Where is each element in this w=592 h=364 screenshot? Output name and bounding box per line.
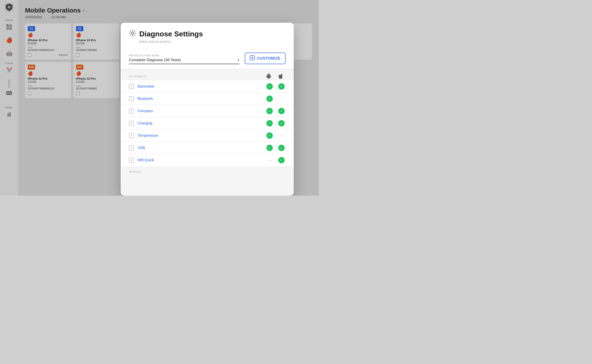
apple-compat-check: ✓ (278, 157, 285, 163)
apple-compat-cell: ✓ (277, 156, 286, 164)
android-compat-dash: — (267, 158, 272, 163)
apple-compat-cell: ✓ (277, 107, 286, 115)
customize-label: CUSTOMIZE (257, 56, 280, 60)
android-compat-cell: ✓ (266, 144, 274, 152)
gear-icon (129, 30, 136, 39)
android-platform-icon (265, 72, 273, 80)
test-row[interactable]: Compass ✓ ✓ (121, 105, 294, 117)
android-compat-check: ✓ (266, 145, 273, 151)
android-compat-check: ✓ (266, 108, 273, 114)
test-compat: — ✓ (266, 156, 286, 164)
customize-button[interactable]: CUSTOMIZE (245, 52, 286, 64)
apple-compat-cell: — (277, 95, 286, 103)
test-row[interactable]: USB ✓ ✓ (121, 142, 294, 154)
test-row[interactable]: Wifi Quick — ✓ (121, 154, 294, 166)
test-name: USB (138, 146, 266, 150)
android-compat-check: ✓ (266, 120, 273, 126)
test-checkbox[interactable] (129, 121, 134, 126)
android-compat-cell: ✓ (266, 131, 274, 140)
apple-compat-cell: ✓ (277, 82, 286, 91)
android-compat-check: ✓ (266, 96, 273, 102)
test-compat: ✓ — (266, 131, 286, 140)
test-checkbox[interactable] (129, 133, 134, 138)
test-row[interactable]: Temperature ✓ — (121, 130, 294, 142)
modal-subtitle: Select tests to perform (129, 40, 286, 43)
test-list-header: AUTOMATIC (121, 69, 294, 80)
apple-compat-dash: — (279, 96, 284, 101)
apple-compat-dash: — (279, 133, 284, 138)
android-compat-cell: — (266, 156, 274, 164)
preselection-chevron-icon: ▾ (238, 58, 239, 62)
modal-title-row: Diagnose Settings (129, 30, 286, 39)
svg-point-10 (131, 32, 134, 34)
android-compat-check: ✓ (266, 132, 273, 139)
apple-compat-check: ✓ (278, 145, 285, 151)
test-checkbox[interactable] (129, 145, 134, 150)
preselection-select-wrap: PRESELECTION NAME Complete Diagnose (36 … (129, 54, 239, 64)
android-compat-check: ✓ (266, 83, 273, 90)
test-name: Bluetooth (138, 97, 266, 101)
preselection-label: PRESELECTION NAME (129, 54, 239, 57)
test-compat: ✓ ✓ (266, 144, 286, 152)
test-name: Compass (138, 109, 266, 113)
platform-icons (265, 72, 285, 80)
apple-compat-check: ✓ (278, 108, 285, 114)
preselection-row: PRESELECTION NAME Complete Diagnose (36 … (121, 47, 294, 69)
test-compat: ✓ ✓ (266, 82, 286, 91)
test-compat: ✓ ✓ (266, 107, 286, 115)
test-checkbox[interactable] (129, 96, 134, 101)
test-name: Temperature (138, 134, 266, 138)
test-list: AUTOMATIC Barometer ✓ (121, 69, 294, 194)
section-automatic-label: AUTOMATIC (129, 74, 265, 78)
test-compat: ✓ — (266, 95, 286, 103)
test-row[interactable]: Bluetooth ✓ — (121, 93, 294, 105)
section-manual: MANUAL (121, 166, 294, 176)
apple-compat-check: ✓ (278, 120, 285, 126)
test-name: Charging (138, 121, 266, 125)
test-checkbox[interactable] (129, 158, 134, 163)
preselection-select[interactable]: Complete Diagnose (36 Tests) ▾ (129, 58, 239, 64)
apple-compat-cell: — (277, 131, 286, 140)
apple-platform-icon (276, 72, 285, 80)
test-name: Wifi Quick (138, 158, 266, 162)
apple-compat-cell: ✓ (277, 144, 286, 152)
test-checkbox[interactable] (129, 84, 134, 89)
test-compat: ✓ ✓ (266, 119, 286, 127)
android-compat-cell: ✓ (266, 119, 274, 127)
customize-icon (250, 55, 255, 61)
test-rows-container: Barometer ✓ ✓ Bluetooth ✓ — Compass ✓ ✓ … (121, 80, 294, 166)
modal-title: Diagnose Settings (139, 30, 203, 38)
android-compat-cell: ✓ (266, 95, 274, 103)
modal-header: Diagnose Settings Select tests to perfor… (121, 23, 294, 47)
diagnose-settings-modal: Diagnose Settings Select tests to perfor… (121, 23, 294, 196)
apple-compat-cell: ✓ (277, 119, 286, 127)
apple-compat-check: ✓ (278, 83, 285, 90)
test-checkbox[interactable] (129, 109, 134, 114)
test-row[interactable]: Charging ✓ ✓ (121, 117, 294, 130)
test-name: Barometer (138, 84, 266, 89)
android-compat-cell: ✓ (266, 107, 274, 115)
preselection-value: Complete Diagnose (36 Tests) (129, 58, 181, 62)
test-row[interactable]: Barometer ✓ ✓ (121, 80, 294, 93)
android-compat-cell: ✓ (266, 82, 274, 91)
